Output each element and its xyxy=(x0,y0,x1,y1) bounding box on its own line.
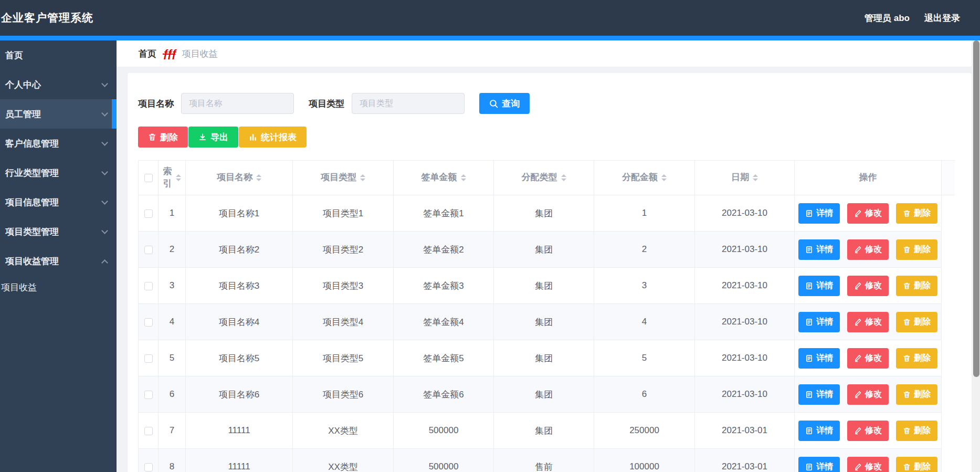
detail-button[interactable]: 详情 xyxy=(798,457,840,472)
row-delete-button[interactable]: 删除 xyxy=(896,203,937,224)
row-delete-button[interactable]: 删除 xyxy=(896,421,937,441)
scrollbar-thumb[interactable] xyxy=(973,40,979,377)
select-all-cell xyxy=(139,161,159,195)
bulk-actions: 删除 导出 统计报表 xyxy=(138,127,961,148)
cell-alloc-amount: 4 xyxy=(594,304,695,340)
column-header-alloc-amount[interactable]: 分配金额 xyxy=(594,161,695,195)
trash-icon xyxy=(903,209,911,217)
column-header-project-name[interactable]: 项目名称 xyxy=(186,161,293,195)
sidebar-item-customer-info[interactable]: 客户信息管理 xyxy=(0,129,117,158)
cell-project-name: 项目名称4 xyxy=(186,304,293,340)
cell-sign-amount: 签单金额4 xyxy=(394,304,494,340)
detail-button[interactable]: 详情 xyxy=(798,312,840,332)
detail-button[interactable]: 详情 xyxy=(798,276,840,296)
table-row: 2 项目名称2 项目类型2 签单金额2 集团 2 2021-03-10 详情 xyxy=(139,232,955,268)
row-checkbox[interactable] xyxy=(144,246,153,254)
header-accent-strip xyxy=(0,36,980,40)
bulk-delete-button[interactable]: 删除 xyxy=(138,127,188,148)
edit-button[interactable]: 修改 xyxy=(847,348,889,369)
detail-button[interactable]: 详情 xyxy=(798,239,840,260)
sidebar-item-project-income[interactable]: 项目收益 xyxy=(0,276,117,299)
sidebar-item-project-info[interactable]: 项目信息管理 xyxy=(0,187,117,217)
query-button[interactable]: 查询 xyxy=(479,93,530,114)
detail-button[interactable]: 详情 xyxy=(798,384,840,405)
breadcrumb: 首页 ƒƒƒ 项目收益 xyxy=(117,40,972,67)
cell-project-name: 项目名称6 xyxy=(186,376,293,413)
breadcrumb-home[interactable]: 首页 xyxy=(139,48,156,60)
row-checkbox[interactable] xyxy=(144,391,153,399)
edit-button[interactable]: 修改 xyxy=(847,239,889,260)
column-header-index[interactable]: 索引 xyxy=(159,161,186,195)
row-delete-button[interactable]: 删除 xyxy=(896,276,937,296)
row-checkbox[interactable] xyxy=(144,209,153,218)
main-content: 首页 ƒƒƒ 项目收益 项目名称 项目类型 查询 xyxy=(117,40,980,472)
table-row: 1 项目名称1 项目类型1 签单金额1 集团 1 2021-03-10 详情 xyxy=(139,195,955,232)
pencil-icon xyxy=(854,354,862,362)
results-table: 索引 项目名称 项目类型 签单金额 分配类型 分配金额 日期 操作 1 项目名 xyxy=(138,160,961,472)
row-checkbox[interactable] xyxy=(144,427,153,435)
sidebar-item-profile[interactable]: 个人中心 xyxy=(0,70,117,99)
row-delete-button[interactable]: 删除 xyxy=(896,348,937,369)
edit-button[interactable]: 修改 xyxy=(847,421,889,441)
row-delete-button[interactable]: 删除 xyxy=(896,239,937,260)
table-row: 3 项目名称3 项目类型3 签单金额3 集团 3 2021-03-10 详情 xyxy=(139,268,955,304)
sort-icon xyxy=(753,174,758,181)
row-checkbox[interactable] xyxy=(144,318,153,327)
chevron-down-icon xyxy=(101,198,108,205)
row-delete-button[interactable]: 删除 xyxy=(896,457,937,472)
cell-index: 5 xyxy=(159,340,186,376)
edit-button[interactable]: 修改 xyxy=(847,203,889,224)
pencil-icon xyxy=(854,282,862,290)
table-row: 8 11111 XX类型 500000 售前 100000 2021-03-01… xyxy=(139,449,955,472)
project-type-label: 项目类型 xyxy=(309,98,344,110)
row-delete-button[interactable]: 删除 xyxy=(896,384,937,405)
row-delete-button[interactable]: 删除 xyxy=(896,312,937,332)
document-icon xyxy=(805,354,813,362)
project-type-input[interactable] xyxy=(352,93,465,114)
cell-index: 8 xyxy=(159,449,186,472)
sidebar-item-home[interactable]: 首页 xyxy=(0,40,117,70)
column-header-alloc-type[interactable]: 分配类型 xyxy=(494,161,594,195)
logout-link[interactable]: 退出登录 xyxy=(924,12,960,24)
detail-button[interactable]: 详情 xyxy=(798,348,840,369)
sidebar-item-employee[interactable]: 员工管理 xyxy=(0,99,117,129)
edit-button[interactable]: 修改 xyxy=(847,312,889,332)
cell-date: 2021-03-10 xyxy=(695,340,795,376)
edit-button[interactable]: 修改 xyxy=(847,457,889,472)
sidebar-item-project-income-mgmt[interactable]: 项目收益管理 xyxy=(0,246,117,276)
detail-button[interactable]: 详情 xyxy=(798,421,840,441)
chevron-down-icon xyxy=(101,139,108,146)
table-row: 5 项目名称5 项目类型5 签单金额5 集团 5 2021-03-10 详情 xyxy=(139,340,955,376)
edit-button[interactable]: 修改 xyxy=(847,384,889,405)
project-name-input[interactable] xyxy=(181,93,294,114)
breadcrumb-separator-icon: ƒƒƒ xyxy=(163,48,175,60)
row-checkbox-cell xyxy=(139,304,159,340)
cell-project-name: 项目名称2 xyxy=(186,232,293,268)
row-checkbox[interactable] xyxy=(144,354,153,363)
document-icon xyxy=(805,427,813,435)
select-all-checkbox[interactable] xyxy=(144,174,153,182)
column-header-date[interactable]: 日期 xyxy=(695,161,795,195)
sidebar-item-project-type[interactable]: 项目类型管理 xyxy=(0,217,117,246)
pencil-icon xyxy=(854,209,862,217)
row-checkbox[interactable] xyxy=(144,282,153,290)
cell-alloc-type: 集团 xyxy=(494,304,594,340)
edit-button[interactable]: 修改 xyxy=(847,276,889,296)
report-button[interactable]: 统计报表 xyxy=(239,127,307,148)
column-header-actions: 操作 xyxy=(795,161,942,195)
chevron-down-icon xyxy=(101,169,108,175)
row-checkbox[interactable] xyxy=(144,463,153,471)
chevron-down-icon xyxy=(101,110,108,117)
sort-icon xyxy=(360,174,365,181)
cell-project-name: 项目名称3 xyxy=(186,268,293,304)
column-header-project-type[interactable]: 项目类型 xyxy=(293,161,394,195)
column-header-sign-amount[interactable]: 签单金额 xyxy=(394,161,494,195)
sidebar-item-industry-type[interactable]: 行业类型管理 xyxy=(0,158,117,187)
detail-button[interactable]: 详情 xyxy=(798,203,840,224)
table-header-row: 索引 项目名称 项目类型 签单金额 分配类型 分配金额 日期 操作 xyxy=(139,161,955,195)
cell-index: 4 xyxy=(159,304,186,340)
export-button[interactable]: 导出 xyxy=(188,127,238,148)
document-icon xyxy=(805,391,813,398)
cell-sign-amount: 签单金额5 xyxy=(394,340,494,376)
page-scrollbar xyxy=(973,40,980,472)
